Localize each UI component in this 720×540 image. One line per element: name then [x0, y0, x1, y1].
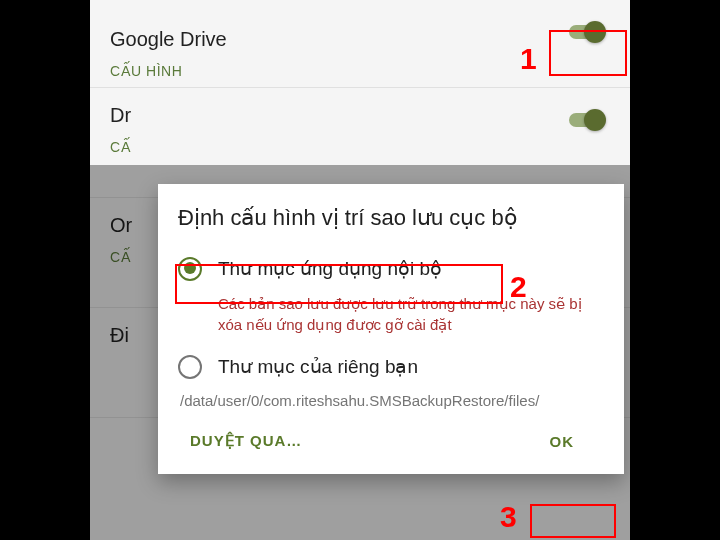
radio-icon	[178, 355, 202, 379]
list-item-google-drive[interactable]: Google Drive CẤU HÌNH	[90, 0, 630, 88]
ok-button[interactable]: OK	[538, 425, 605, 458]
radio-icon	[178, 257, 202, 281]
item-title: Dr	[110, 104, 610, 127]
radio-custom-folder[interactable]: Thư mục của riêng bạn	[178, 349, 604, 385]
toggle-google-drive[interactable]	[566, 20, 606, 44]
radio-label: Thư mục của riêng bạn	[218, 355, 418, 378]
toggle[interactable]	[566, 108, 606, 132]
configure-link[interactable]: CẤU HÌNH	[110, 63, 610, 79]
radio-internal-folder[interactable]: Thư mục ứng dụng nội bộ	[178, 251, 604, 287]
radio-label: Thư mục ứng dụng nội bộ	[218, 257, 442, 280]
toggle-thumb	[584, 109, 606, 131]
configure-link[interactable]: CẤ	[110, 139, 610, 155]
dialog-actions: DUYỆT QUA… OK	[178, 424, 604, 458]
browse-button[interactable]: DUYỆT QUA…	[178, 424, 314, 458]
backup-location-dialog: Định cấu hình vị trí sao lưu cục bộ Thư …	[158, 184, 624, 474]
toggle-thumb	[584, 21, 606, 43]
radio-description: Các bản sao lưu được lưu trữ trong thư m…	[218, 293, 604, 335]
path-display: /data/user/0/com.riteshsahu.SMSBackupRes…	[180, 391, 604, 411]
item-title: Google Drive	[110, 28, 610, 51]
dialog-title: Định cấu hình vị trí sao lưu cục bộ	[178, 204, 604, 233]
